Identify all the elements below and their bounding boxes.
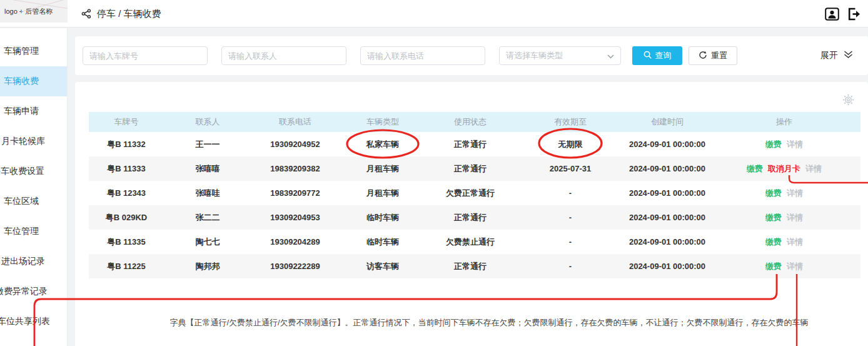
column-header: 操作 — [708, 112, 860, 132]
action-detail-link[interactable]: 详情 — [787, 140, 803, 149]
action-detail-link[interactable]: 详情 — [787, 188, 803, 198]
breadcrumb: 停车 / 车辆收费 — [81, 0, 161, 28]
valid-until-cell: 2025-07-31 — [514, 156, 627, 181]
created-at-cell: 2024-09-01 00:00:00 — [627, 156, 708, 181]
valid-until-cell: - — [514, 205, 627, 230]
plate-cell: 粤B 11332 — [89, 132, 164, 156]
type-cell: 月租车辆 — [339, 156, 426, 181]
action-detail-link[interactable]: 详情 — [787, 213, 803, 222]
sidebar-item[interactable]: 缴费异常记录 — [0, 277, 67, 307]
plate-cell: 粤B 11225 — [89, 254, 164, 278]
actions-cell: 缴费详情 — [708, 181, 860, 205]
action-pay-link[interactable]: 缴费 — [765, 237, 782, 247]
column-header: 联系电话 — [251, 112, 339, 132]
type-cell: 月租车辆 — [339, 181, 426, 205]
status-cell: 正常通行 — [426, 254, 514, 278]
type-cell: 访客车辆 — [339, 254, 426, 278]
table-row: 粤B 029KD张二二19309204953临时车辆正常通行-2024-09-0… — [89, 205, 860, 230]
plate-cell: 粤B 11335 — [89, 230, 164, 254]
valid-until-cell: - — [514, 230, 627, 254]
status-cell: 正常通行 — [426, 132, 514, 156]
topbar-actions — [825, 0, 868, 28]
vehicle-type-select[interactable]: 请选择车辆类型 — [499, 46, 621, 65]
contact-cell: 陶七七 — [164, 230, 251, 254]
filter-panel: 请选择车辆类型 查询 — [75, 36, 868, 75]
app-root: logo + 后管名称 停车 / 车辆收费 — [0, 0, 868, 346]
table-header-row: 车牌号联系人联系电话车辆类型使用状态有效期至创建时间操作 — [89, 112, 860, 132]
plate-cell: 粤B 11333 — [89, 156, 164, 181]
column-header: 车辆类型 — [339, 112, 426, 132]
vehicle-fee-table: 车牌号联系人联系电话车辆类型使用状态有效期至创建时间操作 粤B 11332王一一… — [89, 112, 860, 278]
actions-cell: 缴费详情 — [708, 205, 860, 230]
sidebar-item[interactable]: 车辆申请 — [0, 96, 67, 126]
sidebar-item[interactable]: 月卡轮候库 — [0, 126, 67, 156]
contact-cell: 张嘻哇 — [164, 181, 251, 205]
table-row: 粤B 11335陶七七19309204289临时车辆欠费禁止通行-2024-09… — [89, 230, 860, 254]
double-chevron-down-icon — [844, 51, 853, 61]
type-cell: 临时车辆 — [339, 205, 426, 230]
status-cell: 欠费禁止通行 — [426, 230, 514, 254]
actions-cell: 缴费取消月卡详情 — [708, 156, 860, 181]
phone-cell: 19309204953 — [251, 205, 339, 230]
column-header: 联系人 — [164, 112, 251, 132]
action-pay-link[interactable]: 缴费 — [747, 164, 763, 173]
search-button[interactable]: 查询 — [632, 46, 682, 65]
valid-until-cell: - — [514, 254, 627, 278]
status-cell: 正常通行 — [426, 205, 514, 230]
action-pay-link[interactable]: 缴费 — [765, 262, 782, 271]
contact-phone-input[interactable] — [360, 46, 485, 65]
action-detail-link[interactable]: 详情 — [787, 237, 803, 247]
logo-text: logo + 后管名称 — [4, 7, 53, 16]
table-body: 粤B 11332王一一19309204952私家车辆正常通行无期限2024-09… — [89, 132, 860, 278]
actions-cell: 缴费详情 — [708, 230, 860, 254]
content-area: 请选择车辆类型 查询 — [75, 28, 868, 346]
column-header: 车牌号 — [89, 112, 164, 132]
valid-until-cell: - — [514, 181, 627, 205]
search-button-label: 查询 — [655, 50, 672, 61]
table-toolbar — [89, 82, 860, 112]
sidebar-menu: 车辆管理车辆收费车辆申请月卡轮候库停车收费设置车位区域车位管理进出场记录缴费异常… — [0, 28, 68, 346]
phone-cell: 19839209382 — [251, 156, 339, 181]
logout-icon[interactable] — [847, 8, 860, 21]
table-row: 粤B 12343张嘻哇19839209772月租车辆欠费正常通行-2024-09… — [89, 181, 860, 205]
created-at-cell: 2024-09-01 00:00:00 — [627, 132, 708, 156]
reset-button[interactable]: 重置 — [689, 46, 737, 65]
actions-cell: 缴费详情 — [708, 132, 860, 156]
plate-cell: 粤B 12343 — [89, 181, 164, 205]
action-pay-link[interactable]: 缴费 — [765, 140, 782, 149]
sidebar-item[interactable]: 车位区域 — [0, 186, 67, 216]
phone-cell: 19309222289 — [251, 254, 339, 278]
created-at-cell: 2024-09-01 00:00:00 — [627, 230, 708, 254]
sidebar-item[interactable]: 进出场记录 — [0, 247, 67, 277]
search-icon — [643, 51, 652, 61]
action-detail-link[interactable]: 详情 — [805, 164, 822, 173]
sidebar-item[interactable]: 车辆管理 — [0, 36, 67, 66]
valid-until-cell: 无期限 — [514, 132, 627, 156]
created-at-cell: 2024-09-01 00:00:00 — [627, 205, 708, 230]
contact-name-input[interactable] — [221, 46, 346, 65]
column-settings-gear-icon[interactable] — [842, 94, 854, 106]
sidebar-item[interactable]: 车位共享列表 — [0, 307, 67, 337]
action-pay-link[interactable]: 缴费 — [765, 213, 782, 222]
actions-cell: 缴费详情 — [708, 254, 860, 278]
expand-toggle[interactable]: 展开 — [820, 50, 853, 61]
action-detail-link[interactable]: 详情 — [787, 262, 803, 271]
sidebar-item[interactable]: 车位管理 — [0, 216, 67, 247]
plate-number-input[interactable] — [83, 46, 208, 65]
contact-cell: 张嘻嘻 — [164, 156, 251, 181]
logo-placeholder: logo + 后管名称 — [0, 0, 68, 23]
column-header: 有效期至 — [514, 112, 627, 132]
action-cancel-monthly-card-link[interactable]: 取消月卡 — [768, 164, 800, 173]
sidebar-item[interactable]: 停车收费设置 — [0, 156, 67, 186]
breadcrumb-text: 停车 / 车辆收费 — [97, 8, 161, 20]
action-pay-link[interactable]: 缴费 — [765, 188, 782, 198]
vehicle-type-select-placeholder: 请选择车辆类型 — [506, 50, 607, 61]
phone-cell: 19839209772 — [251, 181, 339, 205]
table-panel: 车牌号联系人联系电话车辆类型使用状态有效期至创建时间操作 粤B 11332王一一… — [75, 82, 868, 346]
contact-cell: 王一一 — [164, 132, 251, 156]
user-badge-icon[interactable] — [825, 8, 839, 21]
reset-button-label: 重置 — [711, 50, 727, 61]
column-header: 创建时间 — [627, 112, 708, 132]
sidebar-item[interactable]: 车辆收费 — [0, 66, 67, 96]
plate-cell: 粤B 029KD — [89, 205, 164, 230]
